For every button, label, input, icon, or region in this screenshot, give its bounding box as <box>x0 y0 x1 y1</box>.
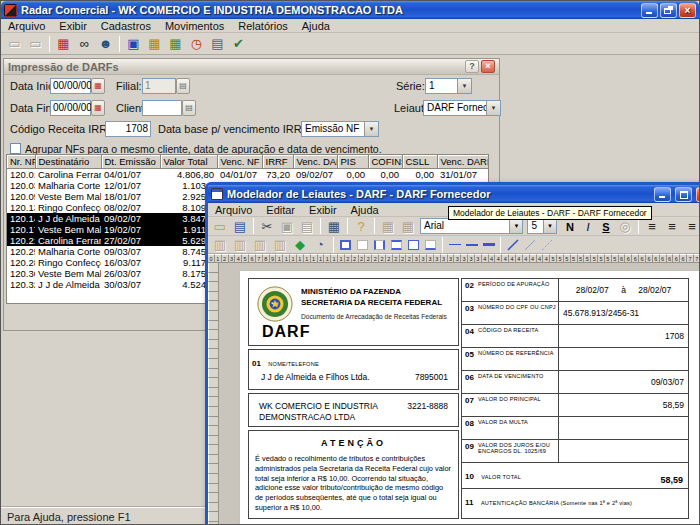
table-green-button[interactable]: ▦ <box>165 34 186 53</box>
border-all-button[interactable] <box>337 237 354 253</box>
diagonal-line-dash-button[interactable] <box>538 237 555 253</box>
darf-field-09[interactable]: 09VALOR DOS JUROS E/OU ENCARGOS DL. 1025… <box>462 440 688 463</box>
line-medium-button[interactable] <box>463 237 480 253</box>
menu-arquivo[interactable]: Arquivo <box>208 203 259 216</box>
italic-button[interactable]: I <box>579 218 597 235</box>
menu-editar[interactable]: Editar <box>259 203 302 216</box>
band-up-button[interactable]: ▥ <box>210 236 230 253</box>
cliente-input[interactable] <box>142 100 182 116</box>
darf-header-box[interactable]: MINISTÉRIO DA FAZENDA SECRETARIA DA RECE… <box>248 278 459 346</box>
users-button[interactable]: ☻ <box>95 34 116 53</box>
line-thin-button[interactable] <box>446 237 463 253</box>
darf-field-07[interactable]: 07VALOR DO PRINCIPAL58,59 <box>462 394 688 417</box>
column-header[interactable]: Valor Total <box>160 155 217 168</box>
column-header[interactable]: IRRF <box>262 155 293 168</box>
darf-field-06[interactable]: 06DATA DE VENCIMENTO09/03/07 <box>462 371 688 394</box>
field-up-button[interactable]: ▥ <box>250 236 270 253</box>
cash-register-button[interactable]: ▦ <box>53 34 74 53</box>
restore-button[interactable] <box>660 3 677 18</box>
open-button[interactable]: ▭ <box>210 218 230 235</box>
data-inicial-input[interactable]: 00/00/00 <box>50 78 91 94</box>
serie-combo[interactable]: 1 ▼ <box>425 78 472 94</box>
clock-button[interactable]: ◷ <box>186 34 207 53</box>
darf-field-03[interactable]: 03NÚMERO DO CPF OU CNPJ45.678.913/2456-3… <box>462 302 688 325</box>
print-preview-button[interactable]: ◔ <box>310 236 330 253</box>
filial-lookup-button[interactable]: ▤ <box>176 78 190 94</box>
font-family-combo[interactable]: Arial ▼ <box>420 218 523 234</box>
bold-button[interactable]: N <box>561 218 579 235</box>
panel-close-button[interactable]: × <box>481 60 495 73</box>
field-down-button[interactable]: ▥ <box>270 236 290 253</box>
menu-movimentos[interactable]: Movimentos <box>158 19 231 33</box>
agrupar-checkbox[interactable] <box>10 143 21 154</box>
border-none-button[interactable] <box>354 237 371 253</box>
paste-button[interactable]: ▤ <box>297 218 317 235</box>
align-center-button[interactable]: ≡ <box>662 218 682 235</box>
menu-exibir[interactable]: Exibir <box>52 19 94 33</box>
column-header[interactable]: Nr. NF <box>7 155 35 168</box>
darf-page[interactable]: MINISTÉRIO DA FAZENDA SECRETARIA DA RECE… <box>240 271 700 525</box>
help-button[interactable]: ? <box>351 218 371 235</box>
leiaute-combo[interactable]: DARF Fornecedor ▼ <box>423 100 501 116</box>
table-row[interactable]: 120.014Carolina Ferrari04/01/074.806,800… <box>7 168 488 180</box>
print-button[interactable]: ▦ <box>324 218 344 235</box>
insert-field-button[interactable]: ◆ <box>290 236 310 253</box>
data-final-calendar-button[interactable]: ▦ <box>91 100 105 116</box>
table-yellow-button[interactable]: ▦ <box>144 34 165 53</box>
column-header[interactable]: PIS <box>337 155 368 168</box>
field-list-button[interactable]: ▦ <box>378 218 398 235</box>
menu-ajuda[interactable]: Ajuda <box>295 19 337 33</box>
column-header[interactable]: Venc. DARF <box>293 155 337 168</box>
panel-help-button[interactable]: ? <box>465 60 479 73</box>
folder-button[interactable]: ▭ <box>25 34 46 53</box>
darf-field-02[interactable]: 02PERÍODO DE APURAÇÃO28/02/07 à 28/02/07 <box>462 279 688 302</box>
column-header[interactable]: Dt. Emissão <box>101 155 160 168</box>
data-inicial-calendar-button[interactable]: ▦ <box>91 78 105 94</box>
font-size-combo[interactable]: 5 ▼ <box>527 218 557 234</box>
filial-input[interactable]: 1 <box>142 78 176 94</box>
modeler-minimize-button[interactable] <box>654 187 671 202</box>
underline-button[interactable]: S <box>597 218 615 235</box>
column-header[interactable]: Venc. NF <box>217 155 262 168</box>
codigo-receita-input[interactable]: 1708 <box>105 121 151 137</box>
modeler-maximize-button[interactable] <box>675 187 692 202</box>
diagonal-line-thin-button[interactable] <box>521 237 538 253</box>
menu-arquivo[interactable]: Arquivo <box>1 19 52 33</box>
align-left-button[interactable]: ≡ <box>642 218 662 235</box>
darf-field-11[interactable]: 11 AUTENTICAÇÃO BANCÁRIA (Somente nas 1ª… <box>462 489 688 519</box>
save-button[interactable]: ▤ <box>230 218 250 235</box>
data-base-combo[interactable]: Emissão NF ▼ <box>301 121 379 137</box>
reports-monitor-button[interactable]: ▣ <box>123 34 144 53</box>
cut-button[interactable]: ✂ <box>257 218 277 235</box>
menu-exibir[interactable]: Exibir <box>302 203 344 216</box>
column-header[interactable]: Venc. DARF <box>437 155 488 168</box>
close-button[interactable]: × <box>679 3 696 18</box>
search-binoculars-button[interactable]: ∞ <box>74 34 95 53</box>
menu-ajuda[interactable]: Ajuda <box>344 203 386 216</box>
darf-field-04[interactable]: 04CÓDIGO DA RECEITA1708 <box>462 325 688 348</box>
align-justify-button[interactable]: ≡ <box>682 218 700 235</box>
column-header[interactable]: Destinatário <box>35 155 101 168</box>
copy-button[interactable]: ▣ <box>277 218 297 235</box>
save-grid-button[interactable]: ▤ <box>207 34 228 53</box>
column-header[interactable]: COFINS <box>368 155 402 168</box>
field-grid-button[interactable]: ▦ <box>398 218 418 235</box>
cliente-lookup-button[interactable]: ▤ <box>182 100 196 116</box>
diagonal-line-button[interactable] <box>504 237 521 253</box>
darf-atencao-box[interactable]: ATENÇÃO É vedado o recolhimento de tribu… <box>248 430 459 519</box>
band-down-button[interactable]: ▥ <box>230 236 250 253</box>
data-final-input[interactable]: 00/00/00 <box>50 100 91 116</box>
darf-field-01[interactable]: 01 NOME/TELEFONE J J de Almeida e Filhos… <box>248 349 459 390</box>
open-folder-button[interactable]: ▭ <box>4 34 25 53</box>
darf-field-08[interactable]: 08VALOR DA MULTA <box>462 417 688 440</box>
modeler-close-button[interactable]: × <box>696 187 700 202</box>
line-thick-button[interactable] <box>480 237 497 253</box>
menu-relatorios[interactable]: Relatórios <box>231 19 295 33</box>
border-bottom-button[interactable] <box>422 237 439 253</box>
minimize-button[interactable] <box>641 3 658 18</box>
column-header[interactable]: CSLL <box>402 155 437 168</box>
darf-company-box[interactable]: WK COMERCIO E INDUSTRIA DEMONSTRACAO LTD… <box>248 393 459 427</box>
darf-field-05[interactable]: 05NÚMERO DE REFERÊNCIA <box>462 348 688 371</box>
darf-field-10[interactable]: 10 VALOR TOTAL 58,59 <box>462 463 688 489</box>
border-top-bottom-button[interactable] <box>388 237 405 253</box>
